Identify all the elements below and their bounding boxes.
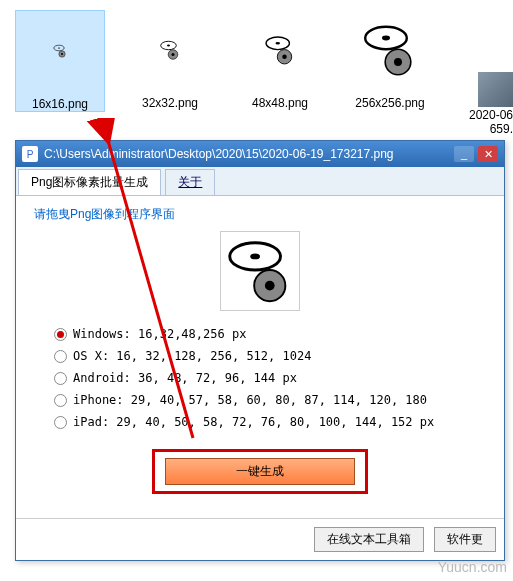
tab-about[interactable]: 关于 xyxy=(165,169,215,195)
toolbox-button[interactable]: 在线文本工具箱 xyxy=(314,527,424,552)
option-label: iPhone: 29, 40, 57, 58, 60, 80, 87, 114,… xyxy=(73,393,427,407)
radio-icon[interactable] xyxy=(54,416,67,429)
svg-point-9 xyxy=(276,42,281,45)
svg-point-22 xyxy=(265,281,275,291)
drag-hint: 请拖曳Png图像到程序界面 xyxy=(34,206,486,223)
file-label: 32x32.png xyxy=(142,96,198,110)
option-label: Android: 36, 48, 72, 96, 144 px xyxy=(73,371,297,385)
generate-wrap: 一键生成 xyxy=(34,449,486,494)
option-osx[interactable]: OS X: 16, 32, 128, 256, 512, 1024 xyxy=(54,349,486,363)
file-thumbnail xyxy=(130,10,210,90)
svg-point-13 xyxy=(382,36,390,41)
file-label: 48x48.png xyxy=(252,96,308,110)
svg-point-5 xyxy=(167,45,170,47)
file-item-256[interactable]: 256x256.png xyxy=(345,10,435,112)
annotation-highlight: 一键生成 xyxy=(152,449,368,494)
file-thumbnail xyxy=(20,11,100,91)
file-label: 2020-06 659. xyxy=(469,108,513,136)
titlebar[interactable]: P C:\Users\Administrator\Desktop\2020\15… xyxy=(16,141,504,167)
size-options: Windows: 16,32,48,256 px OS X: 16, 32, 1… xyxy=(54,327,486,429)
svg-point-3 xyxy=(61,53,63,55)
svg-text:P: P xyxy=(27,149,34,160)
file-label: 256x256.png xyxy=(355,96,424,110)
option-ipad[interactable]: iPad: 29, 40, 50, 58, 72, 76, 80, 100, 1… xyxy=(54,415,486,429)
radio-icon[interactable] xyxy=(54,372,67,385)
svg-point-20 xyxy=(250,253,260,259)
radio-icon[interactable] xyxy=(54,394,67,407)
file-thumbnail xyxy=(350,10,430,90)
radio-icon[interactable] xyxy=(54,328,67,341)
svg-point-11 xyxy=(282,55,287,60)
file-item-48[interactable]: 48x48.png xyxy=(235,10,325,112)
minimize-button[interactable]: _ xyxy=(454,146,474,162)
update-button[interactable]: 软件更 xyxy=(434,527,496,552)
file-thumbnail-photo[interactable] xyxy=(478,72,513,107)
titlebar-text: C:\Users\Administrator\Desktop\2020\15\2… xyxy=(44,147,454,161)
bottom-bar: 在线文本工具箱 软件更 xyxy=(16,518,504,560)
tab-bar: Png图标像素批量生成 关于 xyxy=(16,167,504,196)
watermark: Yuucn.com xyxy=(438,559,507,575)
radio-icon[interactable] xyxy=(54,350,67,363)
dialog-window: P C:\Users\Administrator\Desktop\2020\15… xyxy=(15,140,505,561)
file-item-32[interactable]: 32x32.png xyxy=(125,10,215,112)
option-iphone[interactable]: iPhone: 29, 40, 57, 58, 60, 80, 87, 114,… xyxy=(54,393,486,407)
generate-button[interactable]: 一键生成 xyxy=(165,458,355,485)
svg-point-1 xyxy=(58,47,60,48)
option-label: OS X: 16, 32, 128, 256, 512, 1024 xyxy=(73,349,311,363)
dialog-content: 请拖曳Png图像到程序界面 Windows: 16,32,48,256 px O… xyxy=(16,196,504,518)
file-thumbnail xyxy=(240,10,320,90)
app-icon: P xyxy=(22,146,38,162)
tab-main[interactable]: Png图标像素批量生成 xyxy=(18,169,161,195)
option-android[interactable]: Android: 36, 48, 72, 96, 144 px xyxy=(54,371,486,385)
close-button[interactable]: ✕ xyxy=(478,146,498,162)
option-label: Windows: 16,32,48,256 px xyxy=(73,327,246,341)
option-windows[interactable]: Windows: 16,32,48,256 px xyxy=(54,327,486,341)
preview-area xyxy=(34,231,486,311)
preview-image xyxy=(220,231,300,311)
file-label: 16x16.png xyxy=(32,97,88,111)
file-item-16[interactable]: 16x16.png xyxy=(15,10,105,112)
option-label: iPad: 29, 40, 50, 58, 72, 76, 80, 100, 1… xyxy=(73,415,434,429)
file-explorer: 16x16.png 32x32.png 48x48.png 256x256.pn… xyxy=(0,0,513,122)
svg-point-7 xyxy=(172,53,175,56)
svg-point-15 xyxy=(394,58,402,66)
